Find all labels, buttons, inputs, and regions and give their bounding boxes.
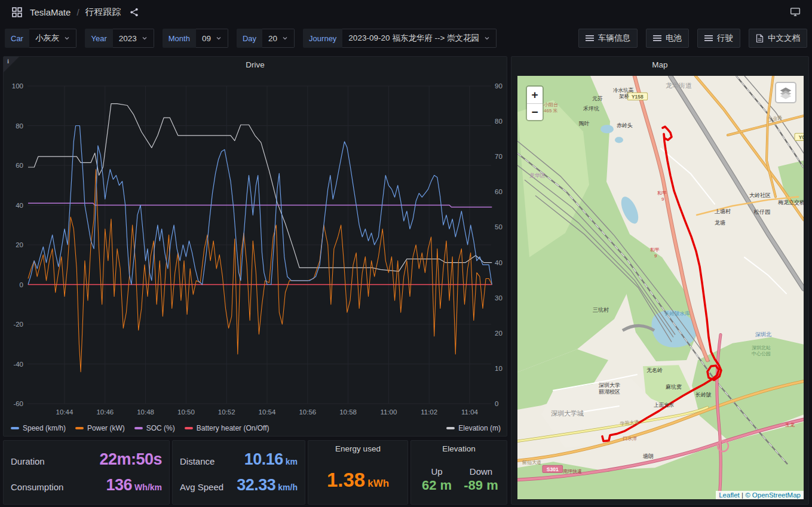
- consumption-stat: Consumption 136Wh/km: [11, 476, 162, 494]
- svg-text:-60: -60: [13, 400, 23, 407]
- page-title: 行程跟踪: [85, 7, 121, 18]
- svg-text:10:56: 10:56: [299, 408, 316, 416]
- svg-text:10:58: 10:58: [339, 408, 357, 416]
- kiosk-monitor-icon[interactable]: [787, 4, 804, 20]
- svg-text:Y018: Y018: [799, 134, 804, 140]
- chevron-down-icon: [64, 35, 70, 41]
- energy-used-stat: 1.38kWh: [308, 456, 407, 504]
- svg-text:上面光东: 上面光东: [654, 402, 674, 408]
- distance-stat: Distance 10.16km: [180, 450, 298, 469]
- svg-text:60: 60: [495, 188, 502, 195]
- dashboards-grid-icon[interactable]: [8, 4, 25, 20]
- duration-label: Duration: [11, 456, 45, 466]
- var-label-month: Month: [163, 29, 196, 48]
- legend-item[interactable]: SOC (%): [134, 424, 175, 432]
- svg-text:松仔园: 松仔园: [753, 209, 770, 215]
- legend-swatch: [185, 427, 193, 429]
- svg-text:100: 100: [12, 82, 23, 90]
- variables-bar: Car 小灰灰 Year 2023 Month 09 Day 20 Journe…: [5, 27, 807, 49]
- svg-text:龙华街道: 龙华街道: [666, 82, 692, 89]
- link-battery[interactable]: 电池: [646, 29, 689, 48]
- svg-text:90: 90: [495, 82, 502, 90]
- map-layers-button[interactable]: [775, 82, 796, 103]
- svg-text:0: 0: [495, 400, 498, 407]
- legend-item[interactable]: Power (kW): [75, 424, 125, 432]
- share-icon[interactable]: [126, 4, 143, 20]
- legend-label: SOC (%): [146, 424, 175, 432]
- svg-text:80: 80: [495, 118, 502, 125]
- svg-text:20: 20: [16, 241, 23, 248]
- legend-item[interactable]: Battery heater (On/Off): [185, 424, 269, 432]
- link-label: 车辆信息: [598, 33, 630, 44]
- layers-icon: [779, 86, 792, 99]
- svg-text:深圳北: 深圳北: [755, 331, 771, 337]
- energy-used-title[interactable]: Energy used: [308, 441, 407, 456]
- var-value-journey: 2023-09-20 福东龙华府 --> 崇文花园: [348, 33, 479, 44]
- legend-item[interactable]: Elevation (m): [446, 424, 501, 432]
- var-value-day: 20: [268, 34, 277, 43]
- breadcrumb-separator: /: [75, 7, 80, 17]
- energy-used-panel: Energy used 1.38kWh: [308, 440, 408, 505]
- app-title-link[interactable]: TeslaMate: [30, 7, 71, 17]
- svg-text:10:54: 10:54: [259, 408, 276, 416]
- svg-text:麻坑窝: 麻坑窝: [666, 384, 682, 390]
- series-Power (kW): [28, 170, 492, 372]
- zoom-in-button[interactable]: +: [527, 87, 543, 103]
- svg-text:深圳大学城: 深圳大学城: [551, 410, 584, 417]
- link-docs[interactable]: 中文文档: [749, 29, 807, 48]
- legend-item[interactable]: Speed (km/h): [11, 424, 66, 432]
- svg-text:60: 60: [16, 162, 23, 169]
- list-icon: [586, 35, 594, 42]
- svg-text:10:50: 10:50: [177, 408, 195, 416]
- elevation-up-stat: Up 62 m: [415, 459, 459, 500]
- top-nav: TeslaMate / 行程跟踪: [0, 0, 812, 24]
- openstreetmap-link[interactable]: © OpenStreetMap: [745, 491, 801, 499]
- map-canvas[interactable]: 龙华街道元芬Y158Y018禾坪坑陶叶赤岭头冷水坑高架桥小阳台465 米龙华区和…: [517, 76, 804, 499]
- elevation-title[interactable]: Elevation: [411, 441, 507, 456]
- svg-text:10: 10: [495, 365, 502, 372]
- consumption-label: Consumption: [11, 482, 63, 492]
- list-icon: [704, 35, 713, 42]
- legend-label: Speed (km/h): [23, 424, 66, 432]
- duration-value: 22m:50s: [99, 450, 162, 469]
- map-panel-title[interactable]: Map: [511, 57, 808, 72]
- var-select-year[interactable]: 2023: [113, 29, 154, 48]
- drive-chart[interactable]: -60-40-200204060801000102030405060708090…: [4, 57, 508, 437]
- svg-text:塘朗: 塘朗: [642, 453, 654, 459]
- svg-text:龙塘: 龙塘: [715, 220, 725, 226]
- link-vehicle-info[interactable]: 车辆信息: [578, 29, 638, 48]
- duration-consumption-panel: Duration 22m:50s Consumption 136Wh/km: [3, 440, 170, 505]
- svg-text:50: 50: [495, 223, 502, 231]
- legend-label: Elevation (m): [458, 424, 501, 432]
- variable-day: Day 20: [237, 29, 295, 48]
- leaflet-link[interactable]: Leaflet: [719, 491, 740, 499]
- var-select-month[interactable]: 09: [196, 29, 228, 48]
- svg-text:深圳大学: 深圳大学: [599, 382, 620, 388]
- svg-text:长岭陂: 长岭陂: [695, 392, 712, 398]
- svg-text:口水潭: 口水潭: [623, 436, 637, 441]
- link-driving[interactable]: 行驶: [697, 29, 740, 48]
- elevation-down-stat: Down -89 m: [459, 459, 503, 500]
- chevron-down-icon: [142, 35, 148, 41]
- var-select-day[interactable]: 20: [262, 29, 295, 48]
- svg-text:丽湖校区: 丽湖校区: [599, 389, 620, 395]
- svg-text:和平: 和平: [657, 190, 667, 195]
- zoom-out-button[interactable]: −: [527, 103, 543, 120]
- var-select-journey[interactable]: 2023-09-20 福东龙华府 --> 崇文花园: [342, 29, 497, 48]
- var-label-day: Day: [237, 29, 262, 48]
- duration-stat: Duration 22m:50s: [11, 450, 162, 469]
- svg-text:龙华区: 龙华区: [529, 173, 546, 179]
- link-label: 中文文档: [768, 33, 800, 44]
- svg-text:10:44: 10:44: [56, 408, 73, 416]
- svg-text:11:02: 11:02: [421, 408, 437, 416]
- var-select-car[interactable]: 小灰灰: [29, 29, 77, 48]
- drive-panel-title[interactable]: Drive: [4, 57, 507, 72]
- map-attribution: Leaflet | © OpenStreetMap: [716, 491, 804, 499]
- svg-text:0: 0: [20, 281, 23, 288]
- var-value-month: 09: [202, 34, 211, 43]
- svg-text:11:04: 11:04: [461, 408, 479, 416]
- svg-text:禾坪坑: 禾坪坑: [583, 106, 599, 112]
- svg-text:11:00: 11:00: [380, 408, 397, 416]
- list-icon: [653, 35, 661, 42]
- elevation-panel: Elevation Up 62 m Down -89 m: [410, 440, 507, 505]
